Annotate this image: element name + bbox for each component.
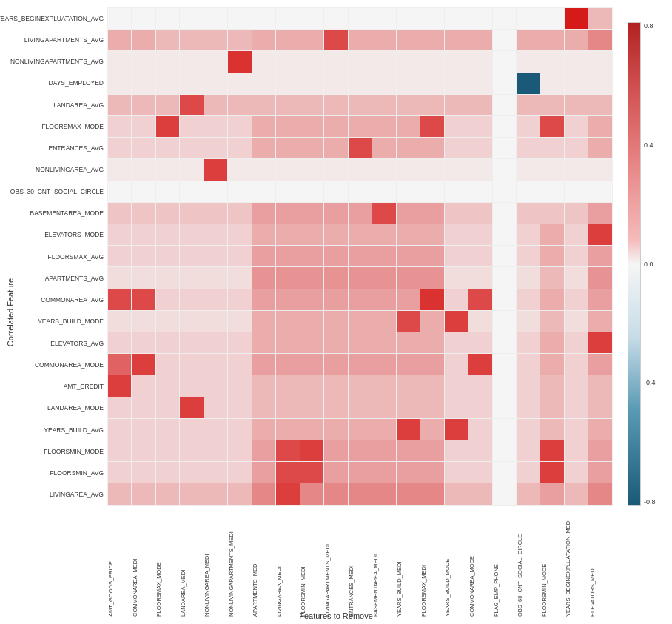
heatmap-cell <box>155 94 179 115</box>
heatmap-cell <box>396 202 420 224</box>
table-row <box>108 94 613 115</box>
heatmap-cell <box>492 462 516 483</box>
heatmap-cell <box>204 73 227 94</box>
heatmap-cell <box>396 418 420 440</box>
heatmap-cell <box>516 73 540 94</box>
heatmap-cell <box>492 397 516 418</box>
heatmap-cell <box>252 202 275 224</box>
heatmap-cell <box>180 159 204 181</box>
heatmap-cell <box>516 375 540 397</box>
heatmap-cell <box>155 440 179 462</box>
heatmap-cell <box>348 94 372 115</box>
heatmap-cell <box>468 418 492 440</box>
heatmap-cell <box>180 202 204 224</box>
heatmap-cell <box>155 483 179 506</box>
heatmap-cell <box>468 224 492 246</box>
heatmap-cell <box>468 462 492 483</box>
heatmap-cell <box>324 310 348 332</box>
heatmap-cell <box>516 51 540 73</box>
heatmap-cell <box>155 202 179 224</box>
heatmap-cell <box>252 181 275 202</box>
heatmap-cell <box>492 224 516 246</box>
heatmap-cell <box>516 332 540 354</box>
x-axis-label-item: FLOORSMAX_MODE <box>155 506 180 617</box>
y-axis-label-item: YEARS_BUILD_AVG <box>0 419 107 440</box>
heatmap-cell <box>300 138 323 159</box>
heatmap-cell <box>300 73 323 94</box>
heatmap-cell <box>300 397 323 418</box>
heatmap-cell <box>468 30 492 51</box>
heatmap-cell <box>372 462 396 483</box>
heatmap-cell <box>540 94 564 115</box>
y-axis-labels: YEARS_BEGINEXPLUATATION_AVGLIVINGAPARTME… <box>0 7 107 506</box>
y-axis-label-item: COMMONAREA_MODE <box>0 354 107 375</box>
heatmap-cell <box>228 289 252 310</box>
heatmap-cell <box>180 30 204 51</box>
heatmap-cell <box>420 440 444 462</box>
heatmap-cell <box>468 375 492 397</box>
heatmap-cell <box>155 310 179 332</box>
heatmap-cell <box>468 8 492 30</box>
heatmap-cell <box>348 73 372 94</box>
heatmap-cell <box>540 138 564 159</box>
heatmap-cell <box>155 246 179 267</box>
heatmap-cell <box>155 418 179 440</box>
heatmap-cell <box>155 354 179 375</box>
heatmap-cell <box>180 462 204 483</box>
colorbar-wrapper: 0.80.40.0-0.4-0.8 <box>628 22 665 506</box>
heatmap-cell <box>564 116 588 138</box>
heatmap-cell <box>204 375 227 397</box>
y-axis-label-item: YEARS_BEGINEXPLUATATION_AVG <box>0 7 107 29</box>
heatmap-cell <box>540 332 564 354</box>
heatmap-cell <box>540 51 564 73</box>
heatmap-cell <box>540 181 564 202</box>
heatmap-cell <box>396 94 420 115</box>
heatmap-cell <box>132 462 155 483</box>
heatmap-cell <box>348 246 372 267</box>
heatmap-cell <box>588 462 613 483</box>
heatmap-cell <box>180 73 204 94</box>
heatmap-cell <box>324 354 348 375</box>
heatmap-cell <box>348 267 372 289</box>
heatmap-cell <box>228 267 252 289</box>
y-axis-label-item: LIVINGAREA_AVG <box>0 484 107 506</box>
heatmap-cell <box>324 397 348 418</box>
heatmap-cell <box>372 159 396 181</box>
heatmap-cell <box>444 267 468 289</box>
heatmap-cell <box>444 289 468 310</box>
heatmap-cell <box>540 397 564 418</box>
table-row <box>108 440 613 462</box>
heatmap-cell <box>348 51 372 73</box>
heatmap-cell <box>276 483 300 506</box>
heatmap-cell <box>564 51 588 73</box>
heatmap-table <box>107 7 613 506</box>
heatmap-cell <box>564 375 588 397</box>
heatmap-cell <box>420 418 444 440</box>
table-row <box>108 116 613 138</box>
heatmap-cell <box>372 289 396 310</box>
heatmap-cell <box>420 181 444 202</box>
y-axis-label-item: DAYS_EMPLOYED <box>0 73 107 94</box>
y-axis-label-item: ELEVATORS_AVG <box>0 332 107 354</box>
table-row <box>108 289 613 310</box>
heatmap-cell <box>155 181 179 202</box>
heatmap-cell <box>348 354 372 375</box>
heatmap-cell <box>132 51 155 73</box>
heatmap-cell <box>468 332 492 354</box>
heatmap-cell <box>228 94 252 115</box>
heatmap-cell <box>444 73 468 94</box>
heatmap-cell <box>348 116 372 138</box>
x-axis-label-item: FLOORSMAX_MEDI <box>420 506 445 617</box>
heatmap-cell <box>228 375 252 397</box>
heatmap-cell <box>155 159 179 181</box>
y-axis-label-item: NONLIVINGAPARTMENTS_AVG <box>0 51 107 73</box>
heatmap-cell <box>396 440 420 462</box>
heatmap-cell <box>132 397 155 418</box>
heatmap-cell <box>180 375 204 397</box>
heatmap-cell <box>468 116 492 138</box>
heatmap-cell <box>204 440 227 462</box>
heatmap-cell <box>396 51 420 73</box>
x-axis-label-item: YEARS_BEGINEXPLUATATION_MEDI <box>565 506 589 617</box>
heatmap-cell <box>252 246 275 267</box>
heatmap-cell <box>540 354 564 375</box>
